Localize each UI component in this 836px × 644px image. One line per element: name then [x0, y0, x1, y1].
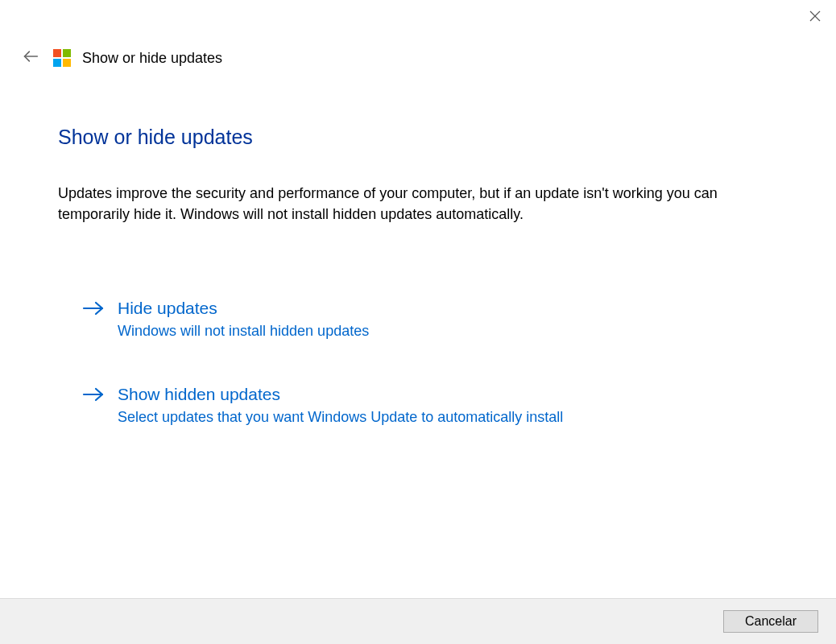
- arrow-left-icon: [23, 48, 39, 68]
- option-title: Hide updates: [118, 297, 369, 319]
- option-show-hidden-updates[interactable]: Show hidden updates Select updates that …: [82, 383, 778, 427]
- back-button[interactable]: [19, 47, 42, 69]
- page-heading: Show or hide updates: [58, 126, 778, 149]
- windows-logo-icon: [53, 49, 71, 67]
- cancel-button[interactable]: Cancelar: [723, 610, 818, 633]
- troubleshooter-window: Show or hide updates Show or hide update…: [0, 0, 836, 644]
- option-hide-updates[interactable]: Hide updates Windows will not install hi…: [82, 297, 778, 341]
- option-subtitle: Select updates that you want Windows Upd…: [118, 408, 563, 427]
- arrow-right-icon: [82, 300, 105, 320]
- header: Show or hide updates: [0, 32, 836, 77]
- titlebar: [0, 0, 836, 32]
- content-area: Show or hide updates Updates improve the…: [0, 77, 836, 598]
- footer: Cancelar: [0, 598, 836, 644]
- option-text: Show hidden updates Select updates that …: [118, 383, 563, 427]
- arrow-right-icon: [82, 386, 105, 406]
- page-description: Updates improve the security and perform…: [58, 183, 767, 225]
- header-title: Show or hide updates: [82, 50, 222, 67]
- option-title: Show hidden updates: [118, 383, 563, 405]
- option-text: Hide updates Windows will not install hi…: [118, 297, 369, 341]
- option-subtitle: Windows will not install hidden updates: [118, 322, 369, 341]
- close-button[interactable]: [804, 6, 826, 29]
- close-icon: [809, 10, 821, 25]
- options-list: Hide updates Windows will not install hi…: [58, 297, 778, 427]
